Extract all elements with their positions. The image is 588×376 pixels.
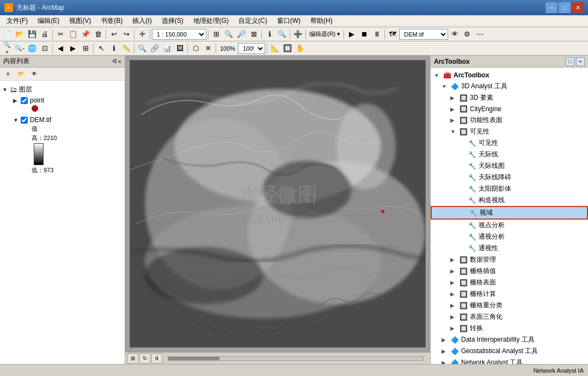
tb-node-skyline-barrier[interactable]: 🔧 天际线障碍 [431,172,588,183]
tb-node-tin[interactable]: ▶ 🔲 表面三角化 [431,311,588,323]
stop-btn[interactable]: ⏹ [358,28,370,40]
map-nav-refresh[interactable]: ↻ [139,354,150,363]
globe-btn[interactable]: 🌐 [26,43,38,54]
toc-layer-dem[interactable]: ▼ DEM.tif [2,115,122,125]
layer-checkbox-dem[interactable] [21,117,28,124]
tb-node-interop[interactable]: ▶ 🔷 Data Interoperability 工具 [431,334,588,345]
find-btn[interactable]: 🔍 [276,28,288,40]
menu-select[interactable]: 选择(S) [157,15,188,27]
select-features-tool[interactable]: ⬡ [189,43,201,54]
toc-group-header-layers[interactable]: ▼ 🗂 图层 [2,84,122,95]
tb-node-skyline-graph[interactable]: 🔧 天际线图 [431,160,588,172]
toc-pin-btn[interactable]: ᐊ [112,58,117,65]
tb-node-viewshed[interactable]: 🔧 视域 [431,206,588,220]
layer-settings-btn[interactable]: ⚙ [461,28,473,40]
tb-node-visibility[interactable]: 🔧 可见性 [431,137,588,149]
layout-tools[interactable]: 📐 [269,43,281,54]
clear-select-tool[interactable]: ✕ [202,43,214,54]
toc-list-by-source[interactable]: 📂 [15,68,27,80]
tb-node-los-visibility[interactable]: 🔧 通视性 [431,242,588,254]
tb-node-construct-sightline[interactable]: 🔧 构造视线 [431,195,588,206]
back-btn[interactable]: ◀ [54,43,66,54]
menu-customize[interactable]: 自定义(C) [234,15,272,27]
graph-tool[interactable]: 📊 [161,43,173,54]
cut-btn[interactable]: ✂ [54,28,66,40]
tb-node-raster-calc[interactable]: ▶ 🔲 栅格计算 [431,288,588,300]
layout-zoom[interactable]: 🔲 [281,43,293,54]
toolbox-undock-btn[interactable]: □ [566,57,574,66]
menu-bookmark[interactable]: 书签(B) [96,15,127,27]
undo-btn[interactable]: ↩ [108,28,120,40]
tb-node-raster-interp[interactable]: ▶ 🔲 栅格插值 [431,265,588,277]
tb-node-solar-shadow[interactable]: 🔧 太阳阴影体 [431,183,588,195]
tb-node-data-mgmt[interactable]: ▶ 🔲 数据管理 [431,254,588,265]
menu-window[interactable]: 窗口(W) [273,15,305,27]
delete-btn[interactable]: 🗑 [92,28,104,40]
tb-node-functional-surface[interactable]: ▶ 🔲 功能性表面 [431,114,588,126]
html-popup-tool[interactable]: 🖼 [174,43,186,54]
tb-node-raster-surface[interactable]: ▶ 🔲 栅格表面 [431,277,588,288]
add-data-btn[interactable]: ➕ [292,28,304,40]
redo-btn[interactable]: ↪ [120,28,132,40]
tb-node-3d-features[interactable]: ▶ 🔲 3D 要素 [431,92,588,104]
pan-btn[interactable]: ✛ [136,28,148,40]
identify-btn[interactable]: ℹ [264,28,275,40]
menu-view[interactable]: 视图(V) [65,15,95,27]
layer-vis-btn[interactable]: 👁 [449,28,461,40]
arcmap-icon-btn[interactable]: 🗺 [387,28,399,40]
tb-node-raster-reclass[interactable]: ▶ 🔲 栅格重分类 [431,300,588,311]
toc-list-by-drawing[interactable]: ≡ [2,68,14,80]
full-extent-btn[interactable]: ⊞ [79,43,91,54]
layer-more-btn[interactable]: ⋯ [474,28,486,40]
minimize-button[interactable]: ─ [546,2,558,13]
editor-label[interactable]: 编辑器(R) ▾ [308,30,342,38]
hyperlink-tool[interactable]: 🔗 [149,43,161,54]
zoom-extent-tool[interactable]: ⊡ [39,43,51,54]
toc-list-by-visibility[interactable]: 👁 [28,68,40,80]
tb-node-3d-analyst[interactable]: ▼ 🔷 3D Analyst 工具 [431,81,588,92]
maximize-button[interactable]: □ [559,2,571,13]
tb-node-cityengine[interactable]: ▶ 🔲 CityEngine [431,104,588,114]
play-btn[interactable]: ▶ [346,28,358,40]
zoom-out-btn[interactable]: 🔎 [235,28,247,40]
zoom-out-tool[interactable]: 🔍- [14,43,26,54]
tb-node-skyline[interactable]: 🔧 天际线 [431,149,588,160]
save-btn[interactable]: 💾 [26,28,38,40]
print-btn[interactable]: 🖨 [39,28,51,40]
map-nav-layers[interactable]: ⊞ [127,354,138,363]
toc-layer-point[interactable]: ▶ point [2,95,122,105]
forward-btn[interactable]: ▶ [67,43,79,54]
new-btn[interactable]: 📄 [1,28,13,40]
layout-pan[interactable]: ✋ [294,43,306,54]
menu-file[interactable]: 文件(F) [2,15,32,27]
tb-node-conversion[interactable]: ▶ 🔲 转换 [431,323,588,334]
measure-tool[interactable]: 📏 [120,43,132,54]
layer-dropdown[interactable]: DEM.tif [399,29,448,40]
toolbox-close-btn[interactable]: × [576,57,585,66]
paste-btn[interactable]: 📌 [79,28,91,40]
tb-node-los-analysis[interactable]: 🔧 通视分析 [431,231,588,242]
menu-help[interactable]: 帮助(H) [306,15,337,27]
pause-btn[interactable]: ⏸ [371,28,383,40]
tb-node-network[interactable]: ▶ 🔷 Network Analyst 工具 [431,357,588,364]
tb-node-geostat[interactable]: ▶ 🔷 Geostatistical Analyst 工具 [431,345,588,357]
menu-geoprocessing[interactable]: 地理处理(G) [189,15,233,27]
zoom-in-tool[interactable]: 🔍+ [1,43,13,54]
zoom-extent-btn[interactable]: ⊞ [210,28,222,40]
tb-node-visibility-group[interactable]: ▼ 🔲 可见性 [431,126,588,137]
zoom-pct-dropdown[interactable]: 100% [238,43,265,54]
copy-btn[interactable]: 📋 [67,28,79,40]
tb-node-viewpoint-analysis[interactable]: 🔧 视点分析 [431,220,588,231]
tb-node-arctoolbox[interactable]: ▼ 🧰 ArcToolbox [431,70,588,81]
info-tool[interactable]: ℹ [108,43,120,54]
menu-edit[interactable]: 编辑(E) [33,15,64,27]
search-tool[interactable]: 🔍 [136,43,148,54]
toc-close-btn[interactable]: × [118,58,121,65]
layer-checkbox-point[interactable] [21,97,28,104]
zoom-in-btn[interactable]: 🔍 [223,28,235,40]
map-canvas[interactable]: 水经微图 WEMAPGIS [130,60,426,348]
select-tool[interactable]: ↖ [95,43,107,54]
close-button[interactable]: ✕ [572,2,584,13]
menu-insert[interactable]: 插入(I) [128,15,156,27]
scale-dropdown[interactable]: 1 : 150,000 [152,29,206,40]
